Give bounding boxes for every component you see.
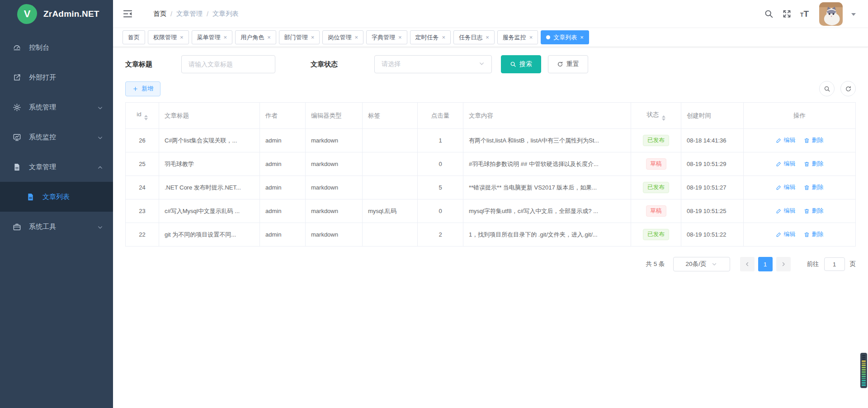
filter-form: 文章标题 文章状态 请选择 搜索 重置 bbox=[125, 55, 856, 73]
close-icon[interactable]: × bbox=[529, 34, 533, 40]
cell-content: mysql字符集utf8，c#写入中文后，全部显示成? ... bbox=[463, 199, 631, 223]
font-size-icon[interactable]: TT bbox=[800, 9, 809, 19]
refresh-button[interactable] bbox=[840, 81, 856, 96]
cell-editor: markdown bbox=[306, 129, 363, 152]
close-icon[interactable]: × bbox=[267, 34, 271, 40]
tab-permission[interactable]: 权限管理 × bbox=[148, 30, 189, 44]
sidebar-item-article-manage[interactable]: 文章管理 bbox=[0, 152, 113, 182]
toggle-search-button[interactable] bbox=[819, 81, 835, 96]
sidebar-item-system-tools[interactable]: 系统工具 bbox=[0, 212, 113, 242]
prev-page-button[interactable] bbox=[740, 257, 755, 271]
tab-dict-manage[interactable]: 字典管理 × bbox=[366, 30, 407, 44]
sidebar-item-article-list[interactable]: 文章列表 bbox=[0, 182, 113, 212]
cell-author: admin bbox=[260, 129, 306, 152]
tab-menu-manage[interactable]: 菜单管理 × bbox=[192, 30, 233, 44]
logo-icon: V bbox=[17, 4, 37, 24]
goto-page-input[interactable] bbox=[824, 257, 845, 271]
tab-cron-task[interactable]: 定时任务 × bbox=[410, 30, 451, 44]
tab-home[interactable]: 首页 bbox=[123, 30, 145, 44]
tab-service-monitor[interactable]: 服务监控 × bbox=[497, 30, 538, 44]
col-header-created: 创建时间 bbox=[681, 103, 744, 129]
sidebar-item-dashboard[interactable]: 控制台 bbox=[0, 33, 113, 62]
edit-button[interactable]: 编辑 bbox=[776, 230, 796, 238]
cell-clicks: 1 bbox=[418, 129, 463, 152]
chevron-down-icon bbox=[97, 104, 103, 110]
delete-button[interactable]: 删除 bbox=[804, 160, 824, 168]
sidebar-item-system-manage[interactable]: 系统管理 bbox=[0, 92, 113, 122]
close-icon[interactable]: × bbox=[180, 34, 184, 40]
article-status-select[interactable]: 请选择 bbox=[374, 55, 492, 73]
goto-label: 前往 bbox=[807, 260, 819, 268]
breadcrumb-home[interactable]: 首页 bbox=[153, 9, 166, 18]
tab-post-manage[interactable]: 岗位管理 × bbox=[322, 30, 363, 44]
sidebar-item-external-open[interactable]: 外部打开 bbox=[0, 62, 113, 92]
tab-article-list[interactable]: 文章列表 × bbox=[541, 30, 589, 44]
topbar-actions: TT bbox=[764, 2, 856, 26]
sort-icon[interactable] bbox=[662, 115, 665, 121]
col-header-content: 文章内容 bbox=[463, 103, 631, 129]
close-icon[interactable]: × bbox=[311, 34, 315, 40]
delete-button[interactable]: 删除 bbox=[804, 183, 824, 191]
close-icon[interactable]: × bbox=[354, 34, 358, 40]
goto-page: 前往 页 bbox=[807, 257, 856, 271]
active-dot bbox=[546, 35, 550, 39]
col-header-id[interactable]: id bbox=[126, 103, 159, 129]
reset-button[interactable]: 重置 bbox=[548, 55, 588, 73]
search-button[interactable]: 搜索 bbox=[501, 55, 541, 73]
cell-author: admin bbox=[260, 152, 306, 176]
tab-user-role[interactable]: 用户角色 × bbox=[235, 30, 276, 44]
close-icon[interactable]: × bbox=[442, 34, 446, 40]
tab-task-log[interactable]: 任务日志 × bbox=[453, 30, 495, 44]
delete-button[interactable]: 删除 bbox=[804, 207, 824, 215]
tab-label: 岗位管理 bbox=[328, 33, 351, 42]
cell-editor: markdown bbox=[306, 223, 363, 247]
col-header-status[interactable]: 状态 bbox=[631, 103, 681, 129]
toolbox-icon bbox=[12, 222, 21, 231]
scroll-meter-widget[interactable] bbox=[860, 353, 867, 388]
cell-title: .NET Core 发布时提示.NET... bbox=[159, 176, 260, 199]
cell-author: admin bbox=[260, 176, 306, 199]
app-logo[interactable]: V ZrAdmin.NET bbox=[0, 0, 113, 28]
sidebar-item-system-monitor[interactable]: 系统监控 bbox=[0, 122, 113, 152]
edit-button[interactable]: 编辑 bbox=[776, 136, 796, 144]
close-icon[interactable]: × bbox=[398, 34, 402, 40]
collapse-menu-icon[interactable] bbox=[123, 9, 133, 19]
breadcrumb-separator: / bbox=[170, 10, 172, 18]
close-icon[interactable]: × bbox=[486, 34, 489, 40]
next-page-button[interactable] bbox=[776, 257, 791, 271]
sort-icon[interactable] bbox=[144, 115, 148, 120]
edit-button[interactable]: 编辑 bbox=[776, 207, 796, 215]
cell-tags: mysql,乱码 bbox=[363, 199, 418, 223]
close-icon[interactable]: × bbox=[580, 34, 584, 40]
tab-department[interactable]: 部门管理 × bbox=[279, 30, 320, 44]
page-size-select[interactable]: 20条/页 bbox=[673, 257, 730, 271]
cell-title: C#两个list集合实现关联，... bbox=[159, 129, 260, 152]
fullscreen-icon[interactable] bbox=[782, 9, 792, 19]
document-icon bbox=[12, 162, 21, 171]
cell-author: admin bbox=[260, 199, 306, 223]
add-button[interactable]: 新增 bbox=[125, 81, 160, 96]
tab-label: 文章列表 bbox=[553, 33, 577, 42]
sidebar-item-label: 文章管理 bbox=[29, 163, 56, 171]
cell-tags bbox=[363, 176, 418, 199]
cell-clicks: 0 bbox=[418, 199, 463, 223]
caret-down-icon[interactable] bbox=[851, 13, 856, 18]
edit-button[interactable]: 编辑 bbox=[776, 160, 796, 168]
toolbar-right bbox=[819, 81, 856, 96]
breadcrumb: 首页 / 文章管理 / 文章列表 bbox=[153, 9, 239, 18]
close-icon[interactable]: × bbox=[224, 34, 227, 40]
delete-button[interactable]: 删除 bbox=[804, 136, 824, 144]
delete-button[interactable]: 删除 bbox=[804, 230, 824, 238]
user-avatar[interactable] bbox=[819, 2, 843, 26]
cell-tags bbox=[363, 152, 418, 176]
search-icon[interactable] bbox=[764, 9, 774, 19]
cell-id: 26 bbox=[126, 129, 159, 152]
cell-editor: markdown bbox=[306, 152, 363, 176]
cell-operations: 编辑删除 bbox=[744, 223, 856, 247]
col-header-author: 作者 bbox=[260, 103, 306, 129]
app-title: ZrAdmin.NET bbox=[43, 9, 99, 19]
sidebar-item-label: 文章列表 bbox=[42, 193, 70, 201]
article-title-input[interactable] bbox=[181, 55, 275, 73]
page-number-button[interactable]: 1 bbox=[758, 257, 773, 271]
edit-button[interactable]: 编辑 bbox=[776, 183, 796, 191]
